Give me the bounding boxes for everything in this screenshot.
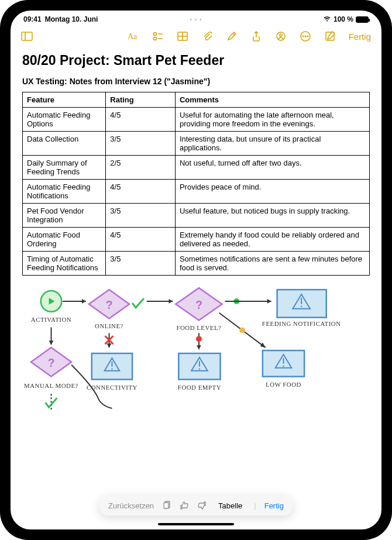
svg-point-5 — [153, 37, 156, 40]
svg-text:Online?: Online? — [95, 322, 123, 329]
compose-icon[interactable] — [324, 30, 336, 42]
home-indicator[interactable] — [158, 523, 234, 525]
attachment-icon[interactable] — [201, 30, 213, 42]
svg-text:Activation: Activation — [31, 316, 71, 323]
status-date: Montag 10. Juni — [45, 15, 98, 23]
wifi-icon — [323, 15, 331, 23]
more-icon[interactable] — [300, 30, 311, 42]
text-format-icon[interactable]: Aa — [128, 30, 139, 42]
table-row[interactable]: Timing of Automatic Feeding Notification… — [23, 252, 370, 276]
done-button[interactable]: Fertig — [349, 32, 371, 42]
svg-text:Food Level?: Food Level? — [176, 324, 221, 331]
svg-text:Aa: Aa — [128, 32, 137, 41]
svg-marker-20 — [82, 299, 86, 304]
cell-rating: 2/5 — [106, 156, 176, 180]
svg-point-14 — [305, 36, 306, 37]
cell-comments: Provides peace of mind. — [175, 180, 369, 204]
note-subtitle: UX Testing: Notes from Interview 12 ("Ja… — [22, 77, 370, 86]
toolbar: Aa — [11, 25, 381, 48]
svg-point-3 — [153, 33, 156, 36]
svg-point-15 — [307, 36, 308, 37]
table-row[interactable]: Data Collection3/5Interesting data, but … — [23, 132, 370, 156]
svg-rect-0 — [22, 32, 32, 40]
note-content[interactable]: 80/20 Project: Smart Pet Feeder UX Testi… — [11, 48, 381, 427]
svg-point-47 — [301, 306, 302, 307]
cell-feature: Automatic Food Ordering — [23, 228, 106, 252]
table-icon[interactable] — [177, 30, 188, 42]
svg-marker-25 — [107, 343, 112, 348]
note-title: 80/20 Project: Smart Pet Feeder — [22, 53, 370, 68]
share-icon[interactable] — [250, 30, 262, 42]
svg-marker-24 — [169, 299, 173, 304]
th-comments: Comments — [175, 92, 369, 108]
svg-marker-26 — [49, 340, 54, 345]
cell-rating: 3/5 — [106, 204, 176, 228]
svg-point-33 — [111, 369, 112, 370]
svg-point-57 — [283, 366, 284, 367]
cell-rating: 4/5 — [106, 228, 176, 252]
cell-comments: Extremely handy if food could be reliabl… — [175, 228, 369, 252]
svg-text:Food Empty: Food Empty — [178, 384, 221, 391]
table-row[interactable]: Pet Food Vendor Integration3/5Useful fea… — [23, 204, 370, 228]
svg-point-41 — [196, 336, 202, 342]
status-time: 09:41 — [23, 15, 42, 23]
cell-comments: Useful feature, but noticed bugs in supp… — [175, 204, 369, 228]
cell-feature: Automatic Feeding Options — [23, 108, 106, 132]
cell-comments: Sometimes notifications are sent a few m… — [175, 252, 369, 276]
action-done-button[interactable]: Fertig — [264, 501, 284, 510]
th-feature: Feature — [23, 92, 106, 108]
battery-icon — [356, 16, 369, 23]
battery-percent: 100 % — [333, 15, 353, 23]
markup-icon[interactable] — [226, 30, 238, 42]
cell-rating: 4/5 — [106, 108, 176, 132]
svg-point-43 — [239, 327, 245, 333]
svg-text:?: ? — [195, 298, 202, 311]
svg-text:Manual Mode?: Manual Mode? — [24, 382, 78, 389]
cell-comments: Not useful, turned off after two days. — [175, 156, 369, 180]
th-rating: Rating — [106, 92, 176, 108]
cell-rating: 4/5 — [106, 180, 176, 204]
cell-comments: Interesting data, but unsure of its prac… — [175, 132, 369, 156]
svg-point-11 — [280, 34, 282, 36]
copy-icon[interactable] — [162, 501, 171, 510]
cell-rating: 3/5 — [106, 252, 176, 276]
svg-rect-59 — [164, 503, 169, 508]
cell-comments: Useful for automating the late afternoon… — [175, 108, 369, 132]
cell-feature: Timing of Automatic Feeding Notification… — [23, 252, 106, 276]
table-row[interactable]: Automatic Feeding Options4/5Useful for a… — [23, 108, 370, 132]
svg-text:Connectivity: Connectivity — [87, 384, 137, 391]
svg-point-13 — [302, 36, 304, 37]
cell-feature: Pet Food Vendor Integration — [23, 204, 106, 228]
cell-feature: Data Collection — [23, 132, 106, 156]
action-label: Tabelle — [215, 501, 246, 510]
thumbs-down-icon[interactable] — [197, 501, 207, 510]
collaborate-icon[interactable] — [275, 30, 287, 42]
svg-text:Feeding Notification: Feeding Notification — [262, 320, 341, 327]
cell-feature: Daily Summary of Feeding Trends — [23, 156, 106, 180]
svg-text:?: ? — [47, 356, 54, 369]
cell-feature: Automatic Feeding Notifications — [23, 180, 106, 204]
multitask-indicator[interactable]: • • • — [190, 16, 202, 23]
svg-text:Low Food: Low Food — [266, 381, 301, 388]
action-bar: Zurücksetzen Tabelle | Fertig — [99, 496, 293, 515]
svg-text:?: ? — [105, 298, 112, 311]
checklist-icon[interactable] — [152, 30, 164, 42]
table-header-row: Feature Rating Comments — [23, 92, 370, 108]
table-row[interactable]: Automatic Feeding Notifications4/5Provid… — [23, 180, 370, 204]
thumbs-up-icon[interactable] — [180, 501, 189, 510]
svg-marker-40 — [197, 345, 201, 349]
table-row[interactable]: Automatic Food Ordering4/5Extremely hand… — [23, 228, 370, 252]
sidebar-toggle-icon[interactable] — [21, 30, 33, 42]
table-row[interactable]: Daily Summary of Feeding Trends2/5Not us… — [23, 156, 370, 180]
cell-rating: 3/5 — [106, 132, 176, 156]
svg-point-52 — [199, 369, 200, 370]
svg-marker-39 — [267, 299, 271, 304]
flowchart-sketch[interactable]: Activation ? Online? — [22, 280, 370, 427]
feedback-table[interactable]: Feature Rating Comments Automatic Feedin… — [22, 92, 370, 276]
reset-button[interactable]: Zurücksetzen — [108, 501, 154, 510]
